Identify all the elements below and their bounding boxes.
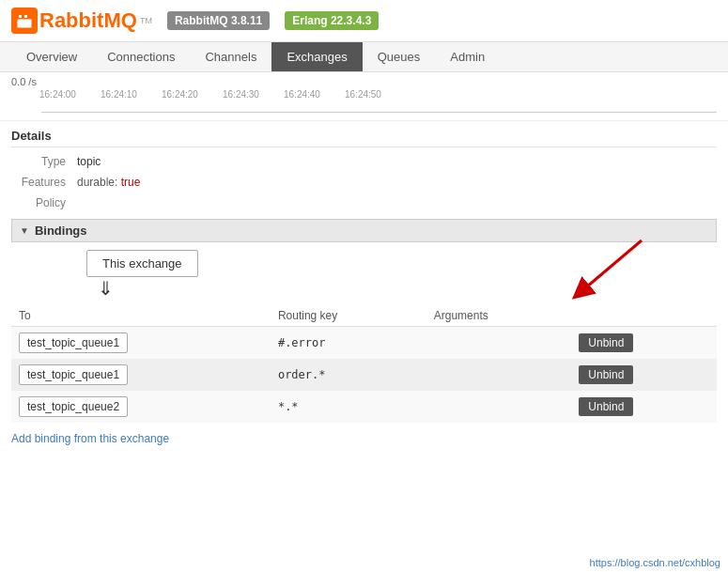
logo-mq: MQ (103, 8, 136, 32)
routing-key-1: order.* (278, 368, 326, 381)
detail-type-label: Type (11, 155, 77, 168)
detail-type-row: Type topic (11, 153, 717, 170)
routing-key-0: #.error (278, 336, 326, 349)
exchange-flow-wrapper: This exchange ⇓ (11, 250, 717, 298)
footer: https://blog.csdn.net/cxhblog (590, 557, 720, 568)
table-row: test_topic_queue2 *.* Unbind (11, 391, 717, 423)
cell-queue-0: test_topic_queue1 (11, 327, 271, 360)
logo-tm: TM (140, 16, 152, 25)
chart-label-0: 16:24:00 (39, 89, 101, 100)
cell-action-2: Unbind (571, 391, 717, 423)
cell-routing-2: *.* (271, 391, 426, 423)
chart-label-4: 16:24:40 (284, 89, 345, 100)
chart-baseline (41, 112, 717, 113)
nav-exchanges[interactable]: Exchanges (271, 42, 362, 71)
cell-args-2 (426, 391, 572, 423)
col-arguments: Arguments (426, 305, 572, 327)
details-section-title: Details (11, 121, 717, 147)
collapse-arrow-icon: ▼ (20, 225, 29, 236)
cell-routing-1: order.* (271, 359, 426, 391)
unbind-button-0[interactable]: Unbind (579, 333, 633, 352)
bindings-table-wrapper: To Routing key Arguments test_topic_queu… (11, 305, 717, 423)
chart-rate: 0.0 /s (11, 76, 717, 87)
unbind-button-2[interactable]: Unbind (579, 397, 633, 416)
down-arrow-icon: ⇓ (98, 279, 114, 298)
nav-connections[interactable]: Connections (92, 42, 190, 71)
features-key: durable: (77, 176, 117, 189)
chart-label-3: 16:24:30 (223, 89, 284, 100)
chart-area: 0.0 /s 16:24:00 16:24:10 16:24:20 16:24:… (0, 72, 728, 121)
logo: RabbitMQ TM (11, 8, 152, 34)
nav-admin[interactable]: Admin (435, 42, 500, 71)
main-nav: Overview Connections Channels Exchanges … (0, 42, 728, 72)
cell-args-0 (426, 327, 572, 360)
chart-label-1: 16:24:10 (101, 89, 162, 100)
exchange-flow: This exchange ⇓ (86, 250, 717, 298)
bindings-header[interactable]: ▼ Bindings (11, 219, 717, 242)
detail-policy-row: Policy (11, 194, 717, 211)
cell-queue-2: test_topic_queue2 (11, 391, 271, 423)
detail-features-value: durable: true (77, 176, 140, 189)
bindings-table-header-row: To Routing key Arguments (11, 305, 717, 327)
cell-queue-1: test_topic_queue1 (11, 359, 271, 391)
nav-overview[interactable]: Overview (11, 42, 92, 71)
col-to: To (11, 305, 271, 327)
cell-action-1: Unbind (571, 359, 717, 391)
exchange-box: This exchange (86, 250, 198, 277)
detail-features-label: Features (11, 176, 77, 189)
features-val: true (121, 176, 141, 189)
add-binding-link[interactable]: Add binding from this exchange (11, 432, 169, 449)
header: RabbitMQ TM RabbitMQ 3.8.11 Erlang 22.3.… (0, 0, 728, 42)
logo-text: RabbitMQ (39, 8, 137, 33)
detail-features-row: Features durable: true (11, 174, 717, 191)
cell-args-1 (426, 359, 572, 391)
rabbit-icon (16, 12, 33, 29)
nav-queues[interactable]: Queues (363, 42, 436, 71)
bindings-table-head: To Routing key Arguments (11, 305, 717, 327)
chart-labels: 16:24:00 16:24:10 16:24:20 16:24:30 16:2… (39, 89, 717, 100)
erlang-badge: Erlang 22.3.4.3 (285, 11, 379, 30)
cell-routing-0: #.error (271, 327, 426, 360)
chart-label-2: 16:24:20 (162, 89, 223, 100)
col-routing-key: Routing key (271, 305, 426, 327)
routing-key-2: *.* (278, 400, 299, 413)
main-content: Details Type topic Features durable: tru… (0, 121, 728, 449)
version-badge: RabbitMQ 3.8.11 (167, 11, 270, 30)
queue-box-1: test_topic_queue1 (19, 364, 128, 385)
bindings-table: To Routing key Arguments test_topic_queu… (11, 305, 717, 423)
bindings-section-title: Bindings (35, 224, 87, 238)
logo-icon (11, 8, 38, 34)
logo-rabbit: Rabbit (39, 8, 103, 32)
bindings-table-body: test_topic_queue1 #.error Unbind test_to… (11, 327, 717, 424)
cell-action-0: Unbind (571, 327, 717, 360)
unbind-button-1[interactable]: Unbind (579, 365, 633, 384)
queue-box-0: test_topic_queue1 (19, 332, 128, 353)
table-row: test_topic_queue1 #.error Unbind (11, 327, 717, 360)
detail-policy-label: Policy (11, 196, 77, 209)
bindings-section: ▼ Bindings This exchange ⇓ (11, 219, 717, 449)
nav-channels[interactable]: Channels (190, 42, 271, 71)
chart-label-5: 16:24:50 (345, 89, 406, 100)
detail-type-value: topic (77, 155, 101, 168)
col-actions (571, 305, 717, 327)
table-row: test_topic_queue1 order.* Unbind (11, 359, 717, 391)
queue-box-2: test_topic_queue2 (19, 396, 128, 417)
